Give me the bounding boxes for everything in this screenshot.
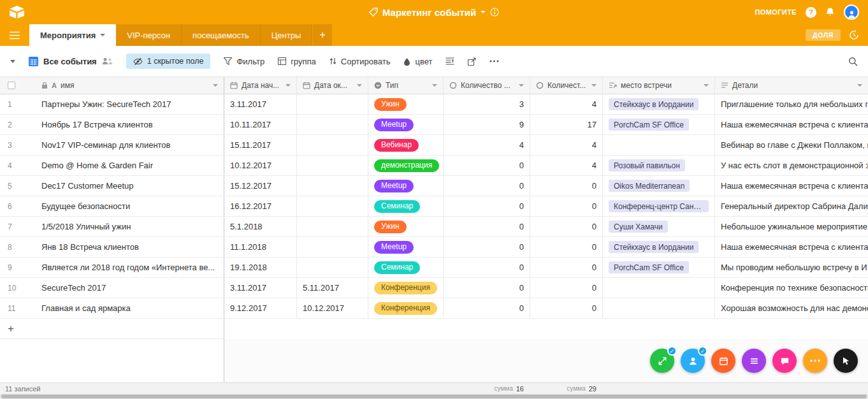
name-cell[interactable]: Nov17 VIP-семинар для клиентов — [36, 135, 224, 155]
details-cell[interactable]: У нас есть слот в демонстрационной зо — [715, 156, 868, 175]
menu-button[interactable] — [0, 24, 29, 46]
type-cell[interactable]: Конференция — [368, 278, 444, 298]
chevron-down-icon[interactable] — [519, 84, 524, 87]
hidden-fields-button[interactable]: 1 скрытое поле — [126, 54, 211, 69]
start-date-cell[interactable]: 15.11.2017 — [224, 135, 297, 155]
more-options-button[interactable] — [489, 60, 499, 62]
count-cell[interactable]: 3 — [444, 94, 530, 114]
type-cell[interactable]: демонстрация — [368, 156, 444, 175]
details-cell[interactable]: Наша ежемесячная встреча с клиентам — [715, 115, 868, 134]
venue-cell[interactable] — [603, 135, 715, 155]
count-cell[interactable]: 0 — [444, 258, 530, 277]
count-cell[interactable]: 4 — [530, 135, 603, 155]
count-cell[interactable]: 0 — [530, 298, 603, 318]
end-date-cell[interactable]: 5.11.2017 — [297, 278, 368, 298]
end-date-cell[interactable] — [297, 135, 368, 155]
select-all-checkbox[interactable] — [8, 82, 15, 89]
details-cell[interactable]: Вебинар во главе с Джеки Поллаком, п — [715, 135, 868, 155]
start-date-cell[interactable]: 5.1.2018 — [224, 217, 297, 236]
type-cell[interactable]: Семинар — [368, 258, 444, 277]
venue-cell[interactable] — [603, 278, 715, 298]
help-link[interactable]: ПОМОГИТЕ — [755, 8, 797, 16]
linked-record-chip[interactable]: Розовый павильон — [609, 159, 685, 171]
details-cell[interactable]: Наша ежемесячная встреча с клиентам — [715, 176, 868, 196]
view-switcher[interactable]: Все события — [29, 57, 113, 66]
name-cell[interactable]: Будущее безопасности — [36, 196, 224, 216]
chevron-down-icon[interactable] — [591, 84, 597, 87]
type-cell[interactable]: Семинар — [368, 196, 444, 216]
pointer-button[interactable] — [834, 349, 858, 373]
details-cell[interactable]: Мы проводим небольшую встречу в И — [715, 258, 868, 277]
chevron-down-icon[interactable] — [357, 84, 362, 87]
column-header-start-date[interactable]: Дата нач... — [224, 77, 297, 94]
chevron-down-icon[interactable] — [857, 84, 862, 87]
name-cell[interactable]: SecureTech 2017 — [36, 278, 224, 298]
count-cell[interactable]: 17 — [530, 115, 603, 134]
tab-venues[interactable]: Центры — [261, 24, 313, 46]
collapse-views-icon[interactable] — [10, 60, 15, 63]
end-date-cell[interactable] — [297, 115, 368, 134]
avatar[interactable] — [844, 4, 859, 20]
count-cell[interactable]: 0 — [444, 156, 530, 175]
type-cell[interactable]: Вебинар — [368, 135, 444, 155]
venue-cell[interactable] — [603, 298, 715, 318]
name-cell[interactable]: Партнеры Ужин: SecureTech 2017 — [36, 94, 224, 114]
sum-count-2[interactable]: сумма 29 — [530, 383, 603, 394]
count-cell[interactable]: 0 — [530, 176, 603, 196]
count-cell[interactable]: 0 — [444, 237, 530, 257]
name-cell[interactable]: Demo @ Home & Garden Fair — [36, 156, 224, 175]
chevron-down-icon[interactable] — [286, 84, 291, 87]
info-icon[interactable] — [490, 8, 499, 17]
sum-count-1[interactable]: сумма 16 — [444, 383, 530, 394]
calendar-button[interactable] — [711, 349, 735, 373]
linked-record-chip[interactable]: Oikos Mediterranean — [609, 180, 690, 192]
column-header-venue[interactable]: место встречи — [603, 77, 715, 94]
search-button[interactable] — [848, 57, 858, 66]
column-header-details[interactable]: Детали — [715, 77, 868, 94]
count-cell[interactable]: 4 — [444, 135, 530, 155]
chevron-down-icon[interactable] — [213, 84, 218, 87]
details-cell[interactable]: Конференция по технике безопасности — [715, 278, 868, 298]
share-view-button[interactable] — [468, 57, 476, 66]
row-height-button[interactable] — [445, 57, 454, 65]
type-cell[interactable]: Ужин — [368, 94, 444, 114]
column-header-count-1[interactable]: Количество ... — [444, 77, 530, 94]
count-cell[interactable]: 0 — [530, 278, 603, 298]
question-icon[interactable]: ? — [806, 7, 816, 18]
sort-button[interactable]: Сортировать — [329, 57, 391, 66]
start-date-cell[interactable]: 15.12.2017 — [224, 176, 297, 196]
tab-vip[interactable]: VIP-персон — [116, 24, 182, 46]
group-button[interactable]: группа — [278, 57, 316, 66]
end-date-cell[interactable] — [297, 217, 368, 236]
linked-record-chip[interactable]: Стейкхаус в Иордании — [609, 241, 698, 253]
share-button[interactable]: ДОЛЯ — [806, 29, 841, 41]
end-date-cell[interactable] — [297, 156, 368, 175]
list-button[interactable] — [742, 349, 766, 373]
linked-record-chip[interactable]: Конференц-центр Сан-Фра — [609, 200, 709, 212]
chevron-down-icon[interactable] — [432, 84, 437, 87]
count-cell[interactable]: 9 — [444, 115, 530, 134]
venue-cell[interactable]: Розовый павильон — [603, 156, 715, 175]
select-all-cell[interactable] — [0, 77, 36, 94]
tab-attendance[interactable]: посещаемость — [182, 24, 261, 46]
count-cell[interactable]: 0 — [530, 258, 603, 277]
end-date-cell[interactable] — [297, 237, 368, 257]
add-user-button[interactable]: ✓ — [681, 349, 705, 373]
details-cell[interactable]: Хорошая возможность для нас демонс — [715, 298, 868, 318]
venue-cell[interactable]: Стейкхаус в Иордании — [603, 94, 715, 114]
more-button[interactable] — [803, 349, 827, 373]
details-cell[interactable]: Генеральный директор Сабрина Дали с — [715, 196, 868, 216]
horizontal-scrollbar[interactable] — [0, 394, 868, 399]
filter-button[interactable]: Фильтр — [224, 57, 264, 66]
name-cell[interactable]: Главная и сад ярмарка — [36, 298, 224, 318]
end-date-cell[interactable]: 10.12.2017 — [297, 298, 368, 318]
count-cell[interactable]: 0 — [444, 196, 530, 216]
screen-share-button[interactable]: ✓ — [650, 349, 674, 373]
venue-cell[interactable]: PorchCam SF Office — [603, 115, 715, 134]
start-date-cell[interactable]: 10.12.2017 — [224, 156, 297, 175]
end-date-cell[interactable] — [297, 196, 368, 216]
linked-record-chip[interactable]: PorchCam SF Office — [609, 261, 689, 273]
history-icon[interactable] — [849, 30, 859, 40]
chevron-down-icon[interactable] — [704, 84, 709, 87]
count-cell[interactable]: 0 — [444, 217, 530, 236]
